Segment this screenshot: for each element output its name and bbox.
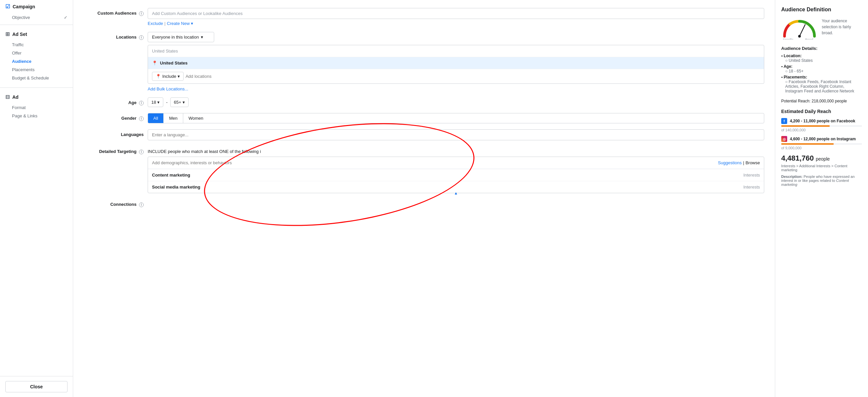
location-box: United States 📍 United States 📍 Include … — [148, 45, 764, 84]
custom-audiences-input[interactable]: Add Custom Audiences or Lookalike Audien… — [148, 8, 764, 19]
locations-row: Locations i Everyone in this location ▾ … — [84, 32, 764, 91]
age-info-icon[interactable]: i — [139, 101, 144, 105]
facebook-icon: f — [781, 118, 787, 124]
svg-text:Broad: Broad — [805, 38, 813, 39]
languages-control — [148, 129, 764, 140]
adset-subitems: Traffic Offer Audience Placements Budget… — [0, 40, 73, 85]
divider-1 — [0, 25, 73, 25]
detailed-targeting-label: Detailed Targeting i — [84, 146, 144, 154]
age-to-select[interactable]: 65+ ▾ — [170, 97, 189, 107]
campaign-check-icon: ☑ — [5, 3, 10, 10]
location-pin-icon: 📍 — [152, 61, 157, 65]
location-entry-name: United States — [160, 61, 188, 65]
create-new-chevron-icon: ▾ — [191, 21, 193, 26]
gender-selector: All Men Women — [148, 113, 764, 123]
sidebar-ad[interactable]: ⊟ Ad — [0, 90, 73, 103]
detail-location: Location: United States — [781, 54, 862, 63]
exclude-link[interactable]: Exclude — [148, 21, 163, 26]
ad-icon: ⊟ — [5, 94, 10, 100]
targeting-row-content-marketing[interactable]: Content marketing Interests — [148, 169, 764, 181]
languages-row: Languages — [84, 129, 764, 140]
targeting-info-icon[interactable]: i — [139, 150, 144, 154]
instagram-reach-label: 4,600 - 12,000 people on Instagram — [790, 136, 856, 141]
age-selector: 18 ▾ - 65+ ▾ — [148, 97, 764, 107]
close-button[interactable]: Close — [5, 381, 67, 392]
facebook-reach-item: f 4,200 - 11,000 people on Facebook of 1… — [781, 118, 862, 132]
detailed-targeting-row: Detailed Targeting i INCLUDE people who … — [84, 146, 764, 193]
connections-row: Connections i — [84, 199, 764, 207]
gauge-chart: Specific Broad — [781, 18, 818, 40]
connections-info-icon[interactable]: i — [139, 203, 144, 207]
age-from-value: 18 — [151, 100, 156, 105]
targeting-suggestions: Content marketing Interests Social media… — [148, 169, 764, 193]
gender-all-button[interactable]: All — [148, 113, 164, 123]
sidebar-objective[interactable]: Objective ✓ — [0, 13, 73, 22]
languages-input[interactable] — [148, 129, 764, 140]
gender-label: Gender i — [84, 113, 144, 121]
facebook-reach-label: 4,200 - 11,000 people on Facebook — [790, 119, 855, 123]
targeting-desc-info-icon[interactable]: i — [260, 149, 261, 154]
custom-audiences-control: Add Custom Audiences or Lookalike Audien… — [148, 8, 764, 26]
location-dropdown-label: Everyone in this location — [152, 35, 199, 39]
instagram-reach-of: of 9,000,000 — [781, 146, 862, 150]
targeting-search-input[interactable] — [152, 160, 718, 165]
gender-row: Gender i All Men Women — [84, 113, 764, 123]
facebook-reach-header: f 4,200 - 11,000 people on Facebook — [781, 118, 862, 124]
targeting-type-social: Interests — [743, 185, 760, 189]
location-include-row: 📍 Include ▾ — [148, 69, 764, 84]
age-from-select[interactable]: 18 ▾ — [148, 97, 163, 107]
include-pin-icon: 📍 — [156, 74, 161, 79]
suggestions-link[interactable]: Suggestions — [718, 160, 742, 165]
locations-info-icon[interactable]: i — [139, 35, 144, 40]
custom-audiences-row: Custom Audiences i Add Custom Audiences … — [84, 8, 764, 26]
gender-men-button[interactable]: Men — [164, 113, 183, 123]
sidebar-item-offer[interactable]: Offer — [12, 49, 67, 57]
description-label: Description: — [781, 175, 803, 179]
include-button[interactable]: 📍 Include ▾ — [152, 72, 184, 81]
targeting-box: Suggestions | Browse Content marketing I… — [148, 157, 764, 193]
sidebar-item-audience[interactable]: Audience — [12, 57, 67, 65]
objective-label: Objective — [12, 15, 30, 20]
targeting-type-content: Interests — [743, 173, 760, 178]
gauge-container: Specific Broad Your audience selection i… — [781, 18, 862, 40]
bulk-locations-link[interactable]: Add Bulk Locations... — [148, 87, 764, 91]
browse-link[interactable]: Browse — [746, 160, 760, 165]
targeting-actions: Suggestions | Browse — [718, 160, 760, 165]
sidebar-adset[interactable]: ⊞ Ad Set — [0, 28, 73, 40]
sidebar-close-area: Close — [0, 376, 73, 397]
instagram-reach-bar — [781, 143, 862, 145]
instagram-reach-header: ◎ 4,600 - 12,000 people on Instagram — [781, 136, 862, 142]
form-area: Custom Audiences i Add Custom Audiences … — [73, 0, 775, 397]
age-row: Age i 18 ▾ - 65+ ▾ — [84, 97, 764, 107]
targeting-search-row: Suggestions | Browse — [148, 157, 764, 169]
svg-line-0 — [800, 25, 805, 36]
location-entry: 📍 United States — [148, 57, 764, 69]
sidebar-item-page-links[interactable]: Page & Links — [12, 112, 67, 120]
suggestions-arrow-icon: ▲ — [454, 191, 458, 195]
instagram-reach-item: ◎ 4,600 - 12,000 people on Instagram of … — [781, 136, 862, 150]
gender-info-icon[interactable]: i — [139, 116, 144, 121]
big-number: 4,481,760 people — [781, 154, 862, 162]
adset-icon: ⊞ — [5, 31, 10, 37]
custom-audiences-info-icon[interactable]: i — [139, 11, 144, 16]
age-dash: - — [166, 100, 167, 105]
potential-reach: Potential Reach: 218,000,000 people — [781, 99, 862, 103]
languages-label: Languages — [84, 129, 144, 137]
add-locations-input[interactable] — [186, 74, 760, 79]
gender-women-button[interactable]: Women — [183, 113, 209, 123]
sidebar-item-traffic[interactable]: Traffic — [12, 40, 67, 49]
gender-control: All Men Women — [148, 113, 764, 123]
location-dropdown[interactable]: Everyone in this location ▾ — [148, 32, 214, 42]
create-new-label: Create New — [167, 21, 190, 26]
location-search-input[interactable]: United States — [148, 45, 764, 57]
age-label: Age i — [84, 97, 144, 105]
create-new-button[interactable]: Create New ▾ — [167, 21, 193, 26]
svg-text:Specific: Specific — [783, 38, 794, 39]
sidebar-item-placements[interactable]: Placements — [12, 65, 67, 74]
instagram-icon: ◎ — [781, 136, 787, 142]
est-daily-title: Estimated Daily Reach — [781, 109, 862, 114]
audience-details-title: Audience Details: — [781, 46, 862, 51]
sidebar-campaign[interactable]: ☑ Campaign — [0, 0, 73, 13]
sidebar-item-budget[interactable]: Budget & Schedule — [12, 74, 67, 82]
sidebar-item-format[interactable]: Format — [12, 103, 67, 112]
